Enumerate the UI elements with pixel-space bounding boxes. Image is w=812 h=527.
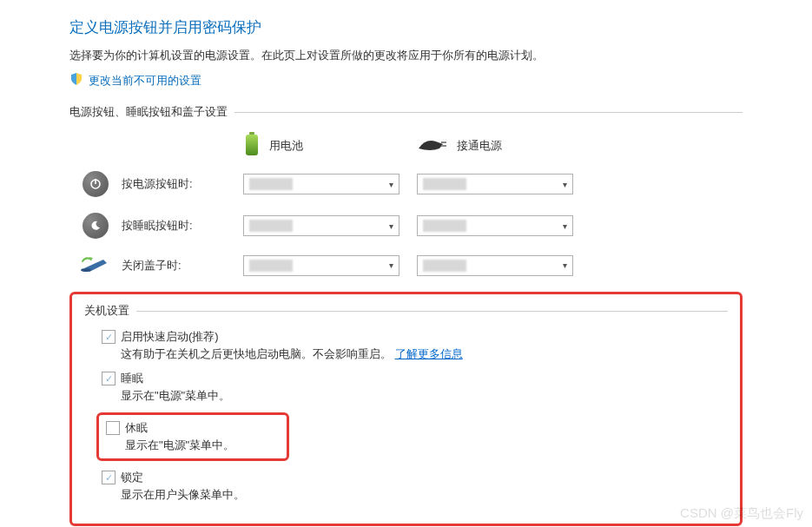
chevron-down-icon: ▾ — [389, 260, 393, 270]
svg-rect-1 — [246, 135, 258, 155]
sleep-button-plugged-dropdown[interactable]: ▾ — [417, 215, 573, 236]
divider — [234, 112, 743, 113]
power-button-battery-dropdown[interactable]: ▾ — [243, 174, 399, 194]
sleep-option-label: 睡眠 — [121, 371, 143, 386]
hibernate-option: 休眠 显示在"电源"菜单中。 — [106, 420, 280, 453]
sleep-checkbox[interactable] — [102, 372, 116, 385]
fast-startup-desc: 这有助于在关机之后更快地启动电脑。不会影响重启。 — [121, 347, 392, 360]
column-plugged-label: 接通电源 — [457, 138, 502, 154]
power-button-label: 按电源按钮时: — [122, 176, 243, 192]
lock-option-desc: 显示在用户头像菜单中。 — [121, 487, 728, 503]
sleep-button-label: 按睡眠按钮时: — [122, 218, 243, 234]
shield-icon — [69, 72, 83, 89]
plug-icon — [417, 136, 448, 155]
hibernate-highlight: 休眠 显示在"电源"菜单中。 — [96, 412, 289, 461]
hibernate-checkbox[interactable] — [106, 421, 120, 435]
chevron-down-icon: ▾ — [563, 260, 567, 270]
fast-startup-checkbox[interactable] — [102, 330, 116, 344]
learn-more-link[interactable]: 了解更多信息 — [395, 347, 463, 360]
power-buttons-section-title: 电源按钮、睡眠按钮和盖子设置 — [69, 104, 228, 120]
lid-close-label: 关闭盖子时: — [122, 258, 243, 273]
hibernate-option-label: 休眠 — [125, 420, 148, 436]
lock-checkbox[interactable] — [102, 471, 116, 484]
svg-rect-2 — [441, 142, 446, 143]
power-button-row: 按电源按钮时: ▾ ▾ — [69, 171, 743, 197]
lid-close-battery-dropdown[interactable]: ▾ — [243, 255, 399, 276]
sleep-option-desc: 显示在"电源"菜单中。 — [121, 388, 728, 404]
divider — [136, 311, 728, 312]
laptop-lid-icon — [81, 254, 110, 276]
lid-close-plugged-dropdown[interactable]: ▾ — [417, 255, 573, 276]
battery-icon — [243, 132, 261, 159]
chevron-down-icon: ▾ — [563, 180, 567, 189]
hibernate-option-desc: 显示在"电源"菜单中。 — [125, 438, 280, 453]
shutdown-section-title: 关机设置 — [84, 303, 129, 319]
svg-point-6 — [81, 268, 91, 272]
page-description: 选择要为你的计算机设置的电源设置。在此页上对设置所做的更改将应用于你所有的电源计… — [69, 48, 743, 63]
page-title: 定义电源按钮并启用密码保护 — [69, 17, 743, 37]
lock-option-label: 锁定 — [121, 470, 143, 485]
sleep-option: 睡眠 显示在"电源"菜单中。 — [102, 371, 728, 404]
change-unavailable-settings-link[interactable]: 更改当前不可用的设置 — [89, 73, 201, 89]
svg-rect-3 — [441, 145, 446, 147]
column-headers: 用电池 接通电源 — [69, 132, 743, 159]
chevron-down-icon: ▾ — [563, 221, 567, 231]
admin-link-row: 更改当前不可用的设置 — [69, 72, 743, 89]
lid-close-row: 关闭盖子时: ▾ ▾ — [69, 254, 743, 276]
sleep-icon — [83, 213, 109, 239]
power-buttons-section-header: 电源按钮、睡眠按钮和盖子设置 — [69, 104, 743, 120]
power-icon — [83, 171, 109, 197]
shutdown-section-header: 关机设置 — [84, 303, 728, 319]
power-button-plugged-dropdown[interactable]: ▾ — [417, 174, 573, 194]
chevron-down-icon: ▾ — [389, 221, 393, 231]
shutdown-settings-highlight: 关机设置 启用快速启动(推荐) 这有助于在关机之后更快地启动电脑。不会影响重启。… — [69, 292, 743, 526]
fast-startup-option: 启用快速启动(推荐) 这有助于在关机之后更快地启动电脑。不会影响重启。 了解更多… — [102, 329, 728, 362]
chevron-down-icon: ▾ — [389, 180, 393, 189]
lock-option: 锁定 显示在用户头像菜单中。 — [102, 470, 728, 503]
sleep-button-row: 按睡眠按钮时: ▾ ▾ — [69, 213, 743, 239]
fast-startup-label: 启用快速启动(推荐) — [121, 329, 219, 345]
column-battery-label: 用电池 — [269, 138, 303, 154]
sleep-button-battery-dropdown[interactable]: ▾ — [243, 215, 399, 236]
svg-rect-0 — [249, 132, 254, 135]
